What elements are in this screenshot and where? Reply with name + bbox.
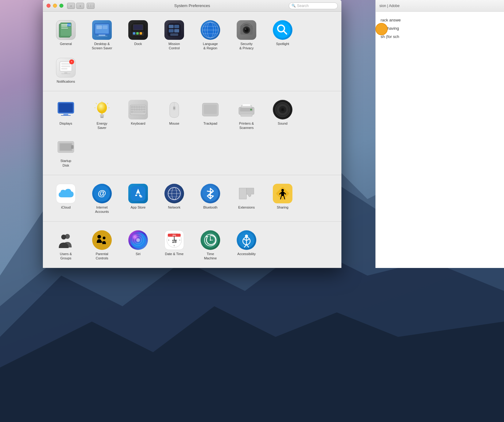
svg-rect-67 — [100, 116, 104, 117]
dock-pref-item[interactable]: Dock — [121, 18, 155, 53]
svg-rect-15 — [96, 25, 102, 29]
internet-label: InternetAccounts — [95, 205, 109, 214]
svg-text:@: @ — [98, 188, 106, 198]
personal-section: File General Deskt — [43, 12, 341, 91]
network-pref-item[interactable]: Network — [157, 181, 191, 217]
keyboard-pref-item[interactable]: Keyboard — [121, 97, 155, 133]
close-button[interactable] — [47, 4, 51, 8]
bluetooth-pref-item[interactable]: Bluetooth — [194, 181, 227, 217]
minimize-button[interactable] — [53, 4, 57, 8]
svg-rect-54 — [61, 66, 70, 67]
security-pref-item[interactable]: Security& Privacy — [230, 18, 263, 53]
siri-pref-item[interactable]: Siri — [121, 228, 155, 263]
displays-pref-item[interactable]: Displays — [49, 97, 83, 133]
sharing-pref-item[interactable]: Sharing — [266, 181, 299, 217]
dock-icon — [128, 20, 148, 40]
svg-rect-80 — [143, 106, 145, 108]
svg-rect-85 — [141, 109, 143, 110]
datetime-icon: 12 3 6 9 JUL 18 — [164, 230, 184, 250]
svg-point-101 — [250, 109, 252, 111]
spotlight-label: Spotlight — [276, 42, 289, 46]
svg-line-71 — [107, 103, 108, 104]
security-icon — [237, 20, 256, 40]
svg-rect-88 — [134, 111, 143, 113]
accessibility-icon — [237, 230, 256, 250]
back-button[interactable]: ‹ — [67, 3, 75, 9]
svg-rect-83 — [136, 109, 138, 110]
svg-line-69 — [96, 103, 97, 104]
internet-icon: @ — [92, 184, 112, 203]
extensions-pref-item[interactable]: Extensions — [230, 181, 263, 217]
maximize-button[interactable] — [59, 4, 63, 8]
svg-point-152 — [174, 239, 175, 240]
startup-pref-item[interactable]: StartupDisk — [49, 135, 83, 170]
parental-icon — [92, 230, 112, 250]
svg-rect-56 — [64, 72, 67, 73]
users-pref-item[interactable]: Users &Groups — [49, 228, 83, 263]
svg-point-141 — [136, 238, 140, 242]
sound-icon — [273, 100, 292, 119]
svg-point-107 — [282, 109, 284, 111]
svg-rect-116 — [71, 145, 73, 149]
svg-point-159 — [210, 239, 211, 241]
icloud-pref-item[interactable]: iCloud — [49, 181, 83, 217]
timemachine-pref-item[interactable]: TimeMachine — [194, 228, 227, 263]
datetime-label: Date & Time — [165, 252, 184, 256]
parental-pref-item[interactable]: ParentalControls — [85, 228, 119, 263]
notifications-pref-item[interactable]: • Notifications — [49, 55, 83, 86]
svg-rect-75 — [131, 106, 133, 108]
desktop-pref-item[interactable]: Desktop &Screen Saver — [85, 18, 119, 53]
svg-rect-86 — [143, 109, 145, 110]
energy-icon — [92, 100, 112, 119]
grid-view-button[interactable]: ⋮⋮⋮ — [87, 3, 95, 9]
mission-pref-item[interactable]: MissionControl — [157, 18, 191, 53]
sound-pref-item[interactable]: Sound — [266, 97, 299, 133]
printers-pref-item[interactable]: Printers &Scanners — [230, 97, 263, 133]
appstore-pref-item[interactable]: App Store — [121, 181, 155, 217]
extensions-icon — [237, 184, 256, 203]
system-preferences-window: ‹ › ⋮⋮⋮ System Preferences 🔍 Search — [43, 0, 341, 268]
trackpad-pref-item[interactable]: Trackpad — [194, 97, 227, 133]
svg-rect-20 — [136, 32, 139, 35]
language-pref-item[interactable]: Language& Region — [194, 18, 227, 53]
svg-point-47 — [245, 28, 246, 30]
svg-rect-23 — [134, 25, 143, 30]
svg-rect-27 — [169, 29, 174, 32]
spotlight-pref-item[interactable]: Spotlight — [266, 18, 299, 53]
svg-rect-55 — [61, 68, 67, 70]
mouse-pref-item[interactable]: Mouse — [157, 97, 191, 133]
icloud-icon — [56, 184, 76, 203]
sharing-icon — [273, 184, 292, 203]
svg-rect-79 — [141, 106, 143, 108]
svg-point-136 — [103, 236, 106, 239]
svg-rect-13 — [99, 35, 105, 36]
siri-label: Siri — [136, 252, 141, 256]
siri-icon — [128, 230, 148, 250]
right-panel: sion | Adobe rack answe am having sh (fo… — [375, 0, 504, 268]
svg-rect-14 — [96, 36, 107, 36]
search-box[interactable]: 🔍 Search — [289, 2, 338, 9]
mouse-label: Mouse — [169, 121, 179, 126]
appstore-label: App Store — [131, 205, 146, 209]
mission-label: MissionControl — [168, 42, 180, 51]
forward-button[interactable]: › — [76, 3, 84, 9]
timemachine-icon — [201, 230, 220, 250]
mouse-icon — [164, 100, 184, 119]
svg-rect-119 — [131, 186, 145, 201]
general-label: General — [60, 42, 72, 46]
svg-rect-82 — [134, 109, 135, 110]
keyboard-icon — [128, 100, 148, 119]
printers-icon — [237, 100, 256, 119]
svg-point-64 — [97, 102, 107, 113]
general-pref-item[interactable]: File General — [49, 18, 83, 53]
language-icon — [201, 20, 220, 40]
svg-rect-89 — [143, 111, 145, 113]
accessibility-pref-item[interactable]: Accessibility — [230, 228, 263, 263]
notification-badge: • — [69, 59, 74, 64]
right-panel-header: sion | Adobe — [376, 0, 504, 12]
notifications-label: Notifications — [57, 79, 75, 84]
internet-pref-item[interactable]: @ InternetAccounts — [85, 181, 119, 217]
energy-pref-item[interactable]: EnergySaver — [85, 97, 119, 133]
datetime-pref-item[interactable]: 12 3 6 9 JUL 18 Date — [157, 228, 191, 263]
svg-rect-81 — [131, 109, 133, 110]
